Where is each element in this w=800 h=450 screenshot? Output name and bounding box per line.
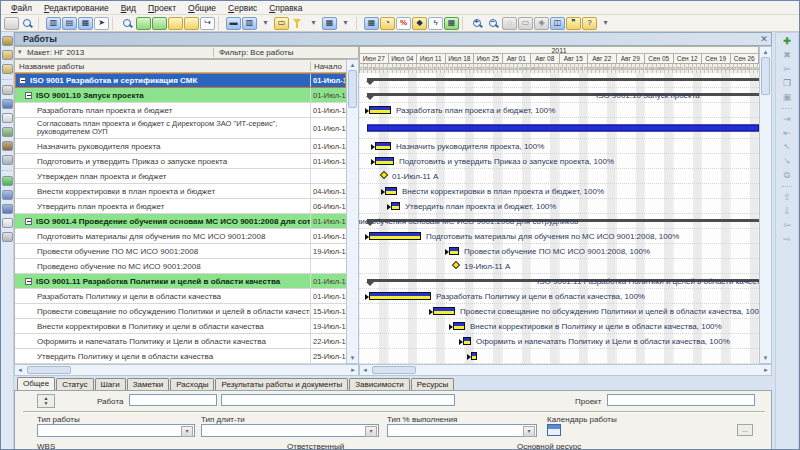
table-horizontal-scrollbar[interactable]: ◄ ► [14,364,359,376]
briefcase-icon[interactable] [2,141,13,151]
menu-item-вид[interactable]: Вид [115,3,142,13]
task-bar[interactable] [471,352,477,360]
record-spinner[interactable]: ▲▼ [37,394,55,408]
level-down-icon[interactable]: ⭨ [780,157,794,166]
diagram-icon[interactable] [184,17,199,30]
summary-bar[interactable] [367,78,759,81]
bar-style-icon[interactable]: ▬ [226,17,241,30]
table-row[interactable]: Оформить и напечатать Политику и Цели в … [15,334,346,349]
filter-icon[interactable] [290,17,305,30]
help-icon[interactable]: ? [582,17,597,30]
copy-pages-icon[interactable] [2,190,13,200]
menu-item-общие[interactable]: Общие [182,3,222,13]
scroll-up-arrow[interactable]: ▲ [761,47,771,57]
table-row[interactable]: ISO 9001 Разработка и сертификация СМК01… [15,73,346,88]
report-icon[interactable] [168,17,183,30]
level-up-icon[interactable]: ⭦ [780,143,794,152]
fit-icon[interactable]: ▭ [518,17,533,30]
tab-общее[interactable]: Общее [17,377,55,390]
table-row[interactable]: Проведено обучение по МС ИСО 9001:2008 [15,259,346,274]
scroll-thumb[interactable] [372,366,416,374]
pct-type-select[interactable] [387,424,537,437]
page-gray-icon[interactable] [2,232,13,242]
table-row[interactable]: Утвержден план проекта и бюджет [15,169,346,184]
columns-icon[interactable]: ▥ [242,17,257,30]
table-row[interactable]: Подготовить материалы для обучения по МС… [15,229,346,244]
dropdown-icon[interactable]: ▾ [338,17,353,30]
close-icon[interactable]: ✕ [757,34,771,44]
folder-icon[interactable] [2,85,13,95]
scroll-right-arrow[interactable]: ► [348,365,358,375]
task-bar[interactable] [463,337,471,345]
cursor-icon[interactable]: ➤ [94,17,109,30]
task-bar[interactable] [391,202,400,210]
move-right-icon[interactable]: ⇨ [780,235,794,244]
table-row[interactable]: Разработать Политику и цели в области ка… [15,289,346,304]
network-view-icon[interactable]: ▦ [78,17,93,30]
outdent-icon[interactable]: ⇤ [780,129,794,138]
task-bar[interactable] [385,187,397,195]
work-name-field[interactable] [221,394,455,406]
table-row[interactable]: Согласовать план проекта и бюджет с Дире… [15,118,346,139]
project-gear-icon[interactable] [2,36,13,46]
tab-шаги[interactable]: Шаги [95,378,126,390]
tab-статус[interactable]: Статус [56,378,93,390]
scroll-thumb[interactable] [761,57,770,95]
link-mode-icon[interactable]: ↪ [200,17,215,30]
table-row[interactable]: Провести совещание по обсуждению Политик… [15,304,346,319]
menu-item-проект[interactable]: Проект [142,3,182,13]
menu-item-редактирование[interactable]: Редактирование [38,3,115,13]
task-bar[interactable] [369,292,431,300]
table-icon[interactable]: ▦ [322,17,337,30]
user2-icon[interactable] [2,204,13,214]
dropdown-icon[interactable]: ▾ [598,17,613,30]
table-row[interactable]: Внести корректировки в Политику и цели в… [15,319,346,334]
work-type-select[interactable] [37,424,195,437]
panes-icon[interactable]: ▥ [46,17,61,30]
print-icon[interactable] [4,17,19,30]
open-project-icon[interactable] [2,50,13,60]
print-preview-icon[interactable] [20,17,35,30]
filter-selector[interactable]: Фильтр: Все работы [213,48,358,57]
delete-icon[interactable]: ✖ [780,51,794,60]
split-icon[interactable]: ◫ [550,17,565,30]
insert-col-icon[interactable]: ▦ [364,17,379,30]
milestone-diamond[interactable] [380,171,388,179]
menu-item-сервис[interactable]: Сервис [222,3,263,13]
percent-icon[interactable]: % [396,17,411,30]
task-bar[interactable] [369,106,391,114]
work-code-field[interactable] [129,394,217,406]
group-icon[interactable]: ⧉ [780,171,794,180]
column-header-name[interactable]: Название работы [15,62,310,71]
tab-заметки[interactable]: Заметки [127,378,170,390]
gantt-view-icon[interactable]: ▤ [62,17,77,30]
tab-результаты-работы-и-документы[interactable]: Результаты работы и документы [215,378,348,390]
tab-расходы[interactable]: Расходы [170,378,214,390]
collapse-icon[interactable] [25,92,32,99]
dropdown-icon[interactable]: ▾ [306,17,321,30]
checklist-icon[interactable] [2,113,13,123]
gantt-vertical-scrollbar[interactable]: ▲ ▼ [759,46,772,364]
duration-type-select[interactable] [201,424,379,437]
summary-bar[interactable] [367,93,759,96]
task-bar[interactable] [453,322,465,330]
grid-icon[interactable]: ▦ [444,17,459,30]
zoom-out-icon[interactable]: − [486,17,501,30]
collapse-icon[interactable] [25,218,32,225]
task-bar[interactable] [375,157,394,165]
zoom-region-icon[interactable] [120,17,135,30]
scroll-left-arrow[interactable]: ◄ [360,365,370,375]
scroll-down-arrow[interactable]: ▼ [761,353,771,363]
tab-ресурсы[interactable]: Ресурсы [411,378,455,390]
note-icon[interactable]: ❞ [566,17,581,30]
dropdown-icon[interactable]: ▾ [258,17,273,30]
scroll-down-arrow[interactable]: ▼ [348,353,358,363]
scroll-up-arrow[interactable]: ▲ [348,60,358,70]
copy-icon[interactable]: ❐ [780,79,794,88]
page-icon[interactable] [2,218,13,228]
cell-format-icon[interactable]: ▭ [274,17,289,30]
phase-open-icon[interactable] [152,17,167,30]
zoom-100-icon[interactable]: ◌ [502,17,517,30]
task-bar[interactable] [369,232,421,240]
table-row[interactable]: Утвердить план проекта и бюджет06-Июл-11… [15,199,346,214]
